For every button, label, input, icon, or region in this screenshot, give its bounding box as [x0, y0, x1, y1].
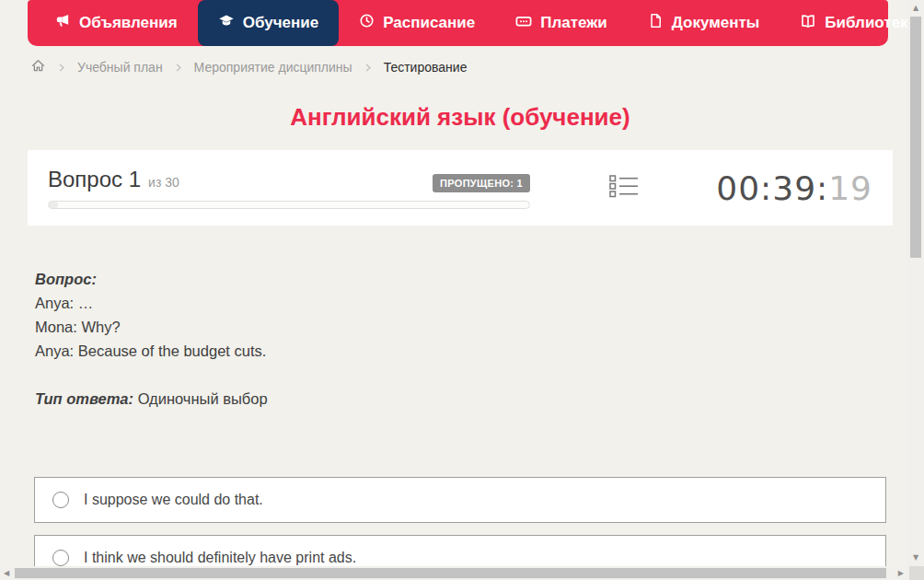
- nav-tab-announcements[interactable]: Объявления: [35, 0, 198, 46]
- answer-type-value: Одиночный выбор: [138, 390, 268, 407]
- answer-type-line: Тип ответа: Одиночный выбор: [35, 387, 863, 411]
- breadcrumb-item-discipline-event[interactable]: Мероприятие дисциплины: [194, 60, 352, 75]
- radio-button[interactable]: [52, 550, 69, 566]
- breadcrumb-item-curriculum[interactable]: Учебный план: [77, 60, 163, 75]
- nav-tab-label: Платежи: [540, 14, 607, 32]
- megaphone-icon: [55, 13, 71, 33]
- breadcrumb-separator-icon: [175, 62, 182, 74]
- question-total: из 30: [148, 175, 179, 190]
- question-list-button[interactable]: [609, 173, 639, 203]
- horizontal-scrollbar[interactable]: ◀ ▶: [0, 566, 909, 580]
- progress-bar: [48, 201, 530, 209]
- question-line: Mona: Why?: [35, 315, 863, 339]
- timer: 00:39:19: [716, 169, 872, 207]
- question-body: Вопрос: Anya: … Mona: Why? Anya: Because…: [35, 267, 863, 411]
- question-line: Anya: …: [35, 291, 863, 315]
- timer-minutes: 00:39:: [716, 169, 828, 207]
- question-list-icon: [609, 173, 639, 203]
- skipped-badge: ПРОПУЩЕНО: 1: [433, 174, 530, 192]
- scroll-left-arrow-icon[interactable]: ◀: [4, 566, 9, 580]
- scrollbar-corner: [909, 566, 924, 580]
- radio-button[interactable]: [52, 492, 69, 508]
- answer-option-label: I think we should definitely have print …: [84, 550, 356, 566]
- answer-options: I suppose we could do that. I think we s…: [34, 477, 886, 580]
- answer-type-label: Тип ответа:: [35, 390, 133, 407]
- scroll-up-arrow-icon[interactable]: ▲: [907, 2, 924, 15]
- vertical-scrollbar[interactable]: ▲ ▼: [907, 0, 924, 566]
- nav-tab-label: Документы: [672, 14, 760, 32]
- nav-tab-label: Расписание: [383, 14, 475, 32]
- breadcrumb: Учебный план Мероприятие дисциплины Тест…: [30, 55, 467, 79]
- nav-tab-payments[interactable]: Платежи: [495, 0, 628, 46]
- graduation-cap-icon: [218, 13, 235, 34]
- scroll-right-arrow-icon[interactable]: ▶: [898, 566, 904, 580]
- question-label: Вопрос:: [35, 267, 863, 291]
- nav-tab-learning[interactable]: Обучение: [198, 0, 339, 46]
- book-icon: [800, 13, 816, 34]
- vertical-scrollbar-thumb[interactable]: [910, 17, 921, 258]
- top-nav: Объявления Обучение Расписание Платежи Д…: [28, 0, 888, 46]
- question-line: Anya: Because of the budget cuts.: [35, 339, 863, 363]
- breadcrumb-separator-icon: [364, 62, 372, 74]
- nav-tab-library[interactable]: Библиотека: [780, 0, 924, 46]
- timer-seconds: 19: [828, 169, 872, 207]
- payment-card-icon: [515, 13, 532, 34]
- answer-option-1[interactable]: I suppose we could do that.: [34, 477, 886, 523]
- scroll-down-arrow-icon[interactable]: ▼: [907, 551, 924, 564]
- question-header-card: Вопрос 1 из 30 ПРОПУЩЕНО: 1 00:39:19: [28, 150, 893, 226]
- nav-tab-label: Библиотека: [825, 14, 917, 32]
- nav-tab-documents[interactable]: Документы: [628, 0, 780, 46]
- nav-tab-schedule[interactable]: Расписание: [339, 0, 495, 46]
- nav-tab-label: Обучение: [243, 14, 318, 32]
- horizontal-scrollbar-thumb[interactable]: [15, 568, 886, 578]
- answer-option-label: I suppose we could do that.: [84, 492, 263, 508]
- progress-bar-fill: [49, 202, 58, 208]
- breadcrumb-separator-icon: [58, 62, 65, 74]
- clock-icon: [359, 13, 375, 33]
- page-title: Английский язык (обучение): [28, 103, 893, 132]
- document-icon: [648, 13, 664, 33]
- page: Объявления Обучение Расписание Платежи Д…: [0, 0, 924, 580]
- question-progress-block: Вопрос 1 из 30 ПРОПУЩЕНО: 1: [48, 167, 530, 209]
- question-number: Вопрос 1: [48, 167, 141, 192]
- home-icon[interactable]: [30, 58, 46, 76]
- nav-tab-label: Объявления: [79, 14, 178, 32]
- breadcrumb-item-testing: Тестирование: [384, 60, 468, 75]
